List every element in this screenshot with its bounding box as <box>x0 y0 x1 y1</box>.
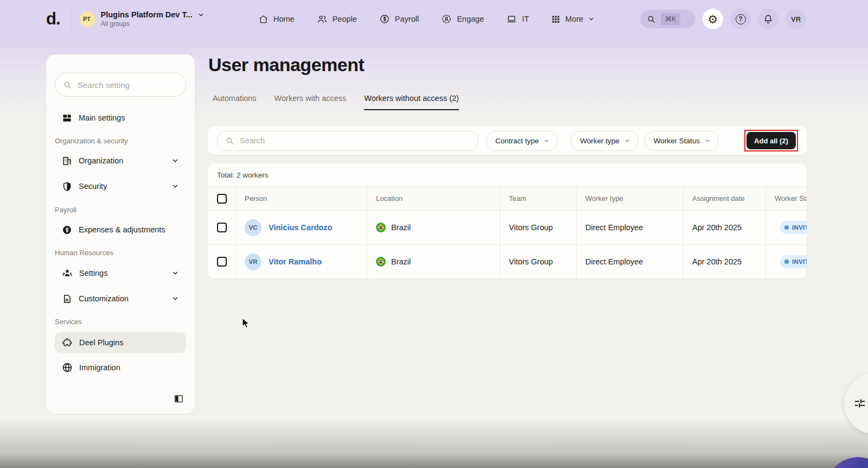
tab-automations[interactable]: Automations <box>213 94 257 110</box>
worker-status-filter[interactable]: Worker Status <box>644 131 719 151</box>
worker-name-link[interactable]: Vinicius Cardozo <box>269 223 332 232</box>
settings-button[interactable]: ⚙ <box>703 9 723 29</box>
notifications-button[interactable] <box>758 9 778 29</box>
chat-bubble-button[interactable] <box>826 457 868 468</box>
help-icon: ? <box>736 14 746 24</box>
collapse-panel-icon <box>174 394 184 404</box>
contract-type-filter[interactable]: Contract type <box>486 131 558 151</box>
status-dot-icon <box>784 260 789 264</box>
settings-sidebar: Main settings Organization & security Or… <box>46 54 195 414</box>
worker-type-filter[interactable]: Worker type <box>571 131 639 151</box>
sidebar-item-immigration[interactable]: Immigration <box>55 358 186 377</box>
help-button[interactable]: ? <box>730 9 751 29</box>
payroll-icon <box>379 14 390 24</box>
floating-preferences-button[interactable] <box>844 373 868 434</box>
search-icon <box>63 80 72 90</box>
org-name[interactable]: Plugins Platform Dev T... <box>101 10 193 19</box>
user-initials: VR <box>791 15 801 23</box>
org-avatar[interactable]: PT <box>79 11 95 27</box>
sidebar-item-expenses[interactable]: Expenses & adjustments <box>55 220 186 239</box>
dollar-circle-icon <box>62 225 72 235</box>
user-avatar[interactable]: VR <box>786 9 806 29</box>
people-icon <box>317 14 328 24</box>
column-worker-status[interactable]: Worker Status <box>766 187 807 210</box>
table-row: VC Vinicius Cardozo Brazil Vitors Group … <box>208 210 807 244</box>
brazil-flag-icon <box>376 223 386 232</box>
sidebar-search[interactable] <box>55 73 186 97</box>
location-label: Brazil <box>391 257 411 266</box>
search-icon <box>647 15 656 24</box>
table-search-input[interactable] <box>240 136 457 145</box>
gear-icon: ⚙ <box>708 14 718 25</box>
worker-type-value: Direct Employee <box>577 211 684 244</box>
chevron-down-icon <box>171 295 179 302</box>
bell-icon <box>763 14 774 24</box>
deel-logo[interactable]: d. <box>46 9 60 29</box>
location-label: Brazil <box>391 223 411 232</box>
nav-home-label: Home <box>273 15 295 23</box>
worker-type-label: Worker type <box>580 137 620 145</box>
sidebar-item-security[interactable]: Security <box>55 176 186 196</box>
nav-people[interactable]: People <box>317 14 357 24</box>
workers-table-card: Total: 2 workers Person Location Team Wo… <box>208 163 807 279</box>
status-label: INVITED <box>792 258 807 265</box>
row-checkbox[interactable] <box>217 257 227 267</box>
sidebar-item-customization[interactable]: Customization <box>55 289 186 308</box>
worker-status-label: Worker Status <box>654 137 700 145</box>
column-team[interactable]: Team <box>500 187 577 210</box>
column-location[interactable]: Location <box>367 187 500 210</box>
bottom-gradient <box>0 418 868 468</box>
global-search-button[interactable]: ⌘K <box>640 10 695 28</box>
sidebar-item-label: Security <box>79 182 107 191</box>
column-person[interactable]: Person <box>236 187 367 210</box>
worker-type-value: Direct Employee <box>577 245 684 279</box>
select-all-checkbox[interactable] <box>217 194 227 204</box>
topbar-divider <box>71 9 71 29</box>
table-search[interactable] <box>217 131 478 151</box>
nav-more-label: More <box>565 15 583 23</box>
nav-it[interactable]: IT <box>506 14 529 24</box>
column-assignment-date[interactable]: Assignment date <box>684 187 766 210</box>
sidebar-item-hr-settings[interactable]: Settings <box>55 263 186 283</box>
chevron-down-icon <box>544 138 550 144</box>
sidebar-item-main-settings[interactable]: Main settings <box>55 108 186 128</box>
worker-name-link[interactable]: Vitor Ramalho <box>269 257 322 266</box>
chevron-down-icon <box>588 16 595 22</box>
nav-more[interactable]: More <box>551 15 595 24</box>
team-icon <box>62 268 73 279</box>
nav-people-label: People <box>333 15 357 23</box>
add-all-button[interactable]: Add all (2) <box>746 132 796 149</box>
status-label: INVITED <box>792 224 807 231</box>
sidebar-collapse-button[interactable] <box>171 391 186 406</box>
org-switcher[interactable]: Plugins Platform Dev T... All groups <box>101 10 205 28</box>
page-title: User management <box>208 54 364 75</box>
status-dot-icon <box>784 225 789 230</box>
tab-workers-without-access[interactable]: Workers without access (2) <box>364 94 459 110</box>
document-icon <box>62 294 72 304</box>
sidebar-section-payroll: Payroll <box>55 206 186 214</box>
sidebar-section-services: Services <box>55 318 186 326</box>
shield-icon <box>62 181 72 192</box>
nav-engage[interactable]: Engage <box>441 14 484 24</box>
status-badge: INVITED <box>780 221 807 234</box>
column-worker-type[interactable]: Worker type <box>577 187 684 210</box>
nav-payroll[interactable]: Payroll <box>379 14 419 24</box>
sidebar-item-label: Main settings <box>79 113 125 122</box>
sidebar-search-input[interactable] <box>78 80 170 90</box>
status-badge: INVITED <box>780 255 807 268</box>
nav-payroll-label: Payroll <box>395 15 419 23</box>
brazil-flag-icon <box>376 257 386 267</box>
annotation-red-box: Add all (2) <box>744 130 798 151</box>
engage-icon <box>441 14 452 24</box>
dashboard-icon <box>62 113 72 123</box>
tab-workers-with-access[interactable]: Workers with access <box>275 94 347 110</box>
sidebar-item-label: Expenses & adjustments <box>79 225 165 234</box>
sidebar-item-organization[interactable]: Organization <box>55 151 186 170</box>
sidebar-item-deel-plugins[interactable]: Deel Plugins <box>55 332 186 353</box>
nav-engage-label: Engage <box>457 15 484 23</box>
sidebar-item-label: Settings <box>79 269 107 277</box>
nav-home[interactable]: Home <box>258 14 295 24</box>
sliders-icon <box>854 397 866 409</box>
sidebar-item-label: Customization <box>79 294 129 303</box>
row-checkbox[interactable] <box>217 223 227 232</box>
